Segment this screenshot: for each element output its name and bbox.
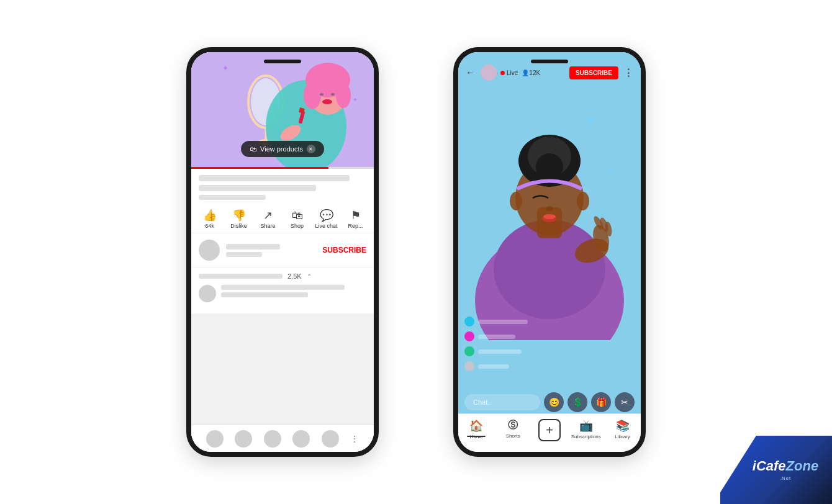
chat-avatar-1 xyxy=(464,317,474,326)
nav-home-live[interactable]: 🏠 Home xyxy=(458,419,495,439)
live-stream-video: ✦ ✦ ✦ xyxy=(458,52,641,340)
shop-label: Shop xyxy=(291,223,304,229)
more-options-button[interactable]: ⋮ xyxy=(623,67,633,79)
subscribe-live-button[interactable]: SUBSCRIBE xyxy=(569,66,618,79)
svg-point-32 xyxy=(546,206,553,211)
live-badge: Live xyxy=(500,70,518,76)
chat-text-2 xyxy=(478,335,515,339)
phone-youtube-live: ← Live 👤12K SUBSCRIBE ⋮ ✦ xyxy=(453,47,646,457)
share-icon: ↗ xyxy=(263,210,273,221)
svg-text:✦: ✦ xyxy=(222,64,228,73)
nav-underline xyxy=(467,436,486,437)
gift-button[interactable]: 🎁 xyxy=(591,392,611,412)
nav-subscriptions-live[interactable]: 📺 Subscriptions xyxy=(567,419,604,439)
close-icon[interactable]: ✕ xyxy=(307,145,315,153)
svg-text:✦: ✦ xyxy=(353,96,358,103)
view-products-button[interactable]: 🛍 View products ✕ xyxy=(241,141,324,157)
comment-item xyxy=(199,285,366,302)
svg-point-30 xyxy=(510,192,522,210)
dislike-button[interactable]: 👎 Dislike xyxy=(224,210,253,229)
library-icon: 📚 xyxy=(616,419,630,433)
chat-input-area: Chat.. 😊 💲 🎁 ✂ xyxy=(464,392,635,412)
chat-avatar-3 xyxy=(464,346,474,356)
live-dot xyxy=(500,71,505,75)
chat-message-3 xyxy=(464,346,528,356)
svg-point-11 xyxy=(304,82,321,109)
shop-icon: 🛍 xyxy=(292,210,303,221)
nav-lib[interactable] xyxy=(322,430,339,448)
chat-text-1 xyxy=(478,320,528,324)
watermark-area: iCafeZone .Net xyxy=(720,436,832,504)
like-icon: 👍 xyxy=(203,210,217,221)
comment-avatar xyxy=(199,285,216,302)
nav-library-live[interactable]: 📚 Library xyxy=(604,419,641,439)
home-icon: 🏠 xyxy=(469,419,483,433)
clip-button[interactable]: ✂ xyxy=(615,392,635,412)
comment-count: 2.5K xyxy=(287,272,302,280)
svg-point-14 xyxy=(331,93,335,96)
chat-text-3 xyxy=(478,349,522,354)
svg-text:✦: ✦ xyxy=(582,111,597,130)
svg-point-15 xyxy=(322,99,332,104)
share-button[interactable]: ↗ Share xyxy=(253,210,283,229)
live-chat-button[interactable]: 💬 Live chat xyxy=(312,210,341,229)
video-info xyxy=(191,169,374,200)
expand-icon[interactable]: ⌃ xyxy=(307,273,312,280)
watermark-block: iCafeZone .Net xyxy=(720,436,832,504)
share-label: Share xyxy=(260,223,275,229)
nav-home[interactable] xyxy=(206,430,224,448)
video-title-skeleton2 xyxy=(199,185,316,191)
svg-point-34 xyxy=(543,214,556,219)
super-chat-button[interactable]: 💲 xyxy=(567,392,587,412)
subscribe-button[interactable]: SUBSCRIBE xyxy=(322,246,366,254)
report-button[interactable]: ⚑ Rep... xyxy=(341,210,370,229)
live-label: Live xyxy=(507,70,518,76)
phones-container: ✦ ✦ ✦ xyxy=(186,47,646,457)
nav-subs[interactable] xyxy=(292,430,310,448)
more-menu-dots[interactable]: ⋮ xyxy=(350,434,359,444)
video-meta-skeleton xyxy=(199,195,266,200)
emoji-button[interactable]: 😊 xyxy=(544,392,564,412)
library-label: Library xyxy=(615,434,630,439)
shop-button[interactable]: 🛍 Shop xyxy=(283,210,312,229)
channel-avatar[interactable] xyxy=(199,240,220,261)
watermark-domain: .Net xyxy=(780,475,792,481)
nav-add-live[interactable]: + xyxy=(531,419,568,441)
bottom-nav: ⋮ xyxy=(191,425,374,452)
chat-avatar-4 xyxy=(464,361,474,371)
action-row: 👍 64k 👎 Dislike ↗ Share 🛍 Shop 💬 L xyxy=(191,204,374,233)
back-button[interactable]: ← xyxy=(466,67,476,78)
video-progress-bar[interactable] xyxy=(191,167,374,169)
chat-message-2 xyxy=(464,331,528,341)
nav-shorts-live[interactable]: Ⓢ Shorts xyxy=(495,419,531,439)
chat-message-4 xyxy=(464,361,528,371)
viewer-count: 👤12K xyxy=(522,70,540,76)
phone1-screen: ✦ ✦ ✦ xyxy=(191,52,374,452)
svg-point-31 xyxy=(577,192,589,210)
live-chat-label: Live chat xyxy=(315,223,337,229)
video-thumbnail[interactable]: ✦ ✦ ✦ xyxy=(191,52,374,167)
live-channel-avatar[interactable] xyxy=(481,65,497,81)
chat-input[interactable]: Chat.. xyxy=(464,394,540,410)
nav-add[interactable] xyxy=(264,430,281,448)
like-button[interactable]: 👍 64k xyxy=(195,210,224,229)
progress-fill xyxy=(191,167,328,169)
channel-name-skeleton xyxy=(226,244,280,250)
chat-message-1 xyxy=(464,317,528,326)
svg-point-29 xyxy=(536,153,563,181)
comment-lines xyxy=(221,285,366,302)
nav-explore[interactable] xyxy=(235,430,252,448)
subscriptions-label: Subscriptions xyxy=(571,434,601,439)
channel-info xyxy=(226,244,316,257)
channel-row: SUBSCRIBE xyxy=(191,233,374,268)
phone2-screen: ← Live 👤12K SUBSCRIBE ⋮ ✦ xyxy=(458,52,641,452)
channel-subs-skeleton xyxy=(226,252,262,257)
bag-icon: 🛍 xyxy=(250,145,256,153)
chat-text-4 xyxy=(478,364,509,369)
svg-text:✦: ✦ xyxy=(607,166,617,179)
channel-pill: Live 👤12K xyxy=(481,65,564,81)
comment-text-line2 xyxy=(221,292,308,297)
add-icon[interactable]: + xyxy=(538,419,561,441)
svg-point-13 xyxy=(320,93,323,96)
chat-icon: 💬 xyxy=(320,210,333,221)
